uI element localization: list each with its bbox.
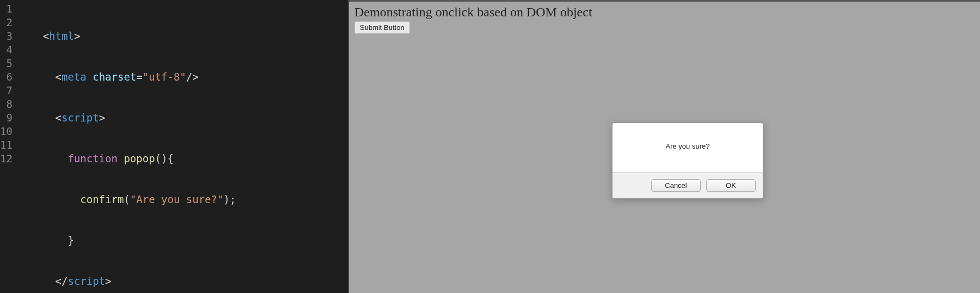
- paren: ): [223, 193, 229, 205]
- angle-bracket: <: [56, 71, 62, 83]
- line-number: 2: [0, 16, 13, 29]
- brace: {: [167, 152, 173, 164]
- parens: (): [155, 152, 168, 164]
- space: [87, 71, 93, 83]
- line-number: 4: [0, 43, 13, 57]
- brace: }: [68, 234, 74, 246]
- line-number: 12: [0, 152, 13, 166]
- tag-name: html: [49, 30, 74, 42]
- code-content[interactable]: <html> <meta charset="utf-8"/> <script> …: [18, 2, 379, 293]
- confirm-dialog-message: Are you sure?: [612, 123, 763, 172]
- confirm-dialog-footer: Cancel OK: [612, 172, 763, 198]
- code-line: confirm("Are you sure?");: [18, 193, 379, 206]
- line-number-gutter: 1 2 3 4 5 6 7 8 9 10 11 12: [0, 2, 18, 293]
- code-editor-panel: 1 2 3 4 5 6 7 8 9 10 11 12 <html> <meta …: [0, 0, 348, 293]
- semicolon: ;: [230, 193, 236, 205]
- angle-bracket: </: [56, 275, 68, 287]
- line-number: 1: [0, 2, 13, 16]
- line-number: 9: [0, 111, 13, 125]
- confirm-dialog: Are you sure? Cancel OK: [612, 123, 763, 199]
- angle-bracket: <: [43, 30, 49, 42]
- string-literal: "Are you sure?": [130, 193, 224, 205]
- ok-button[interactable]: OK: [706, 179, 756, 192]
- equals: =: [136, 71, 142, 83]
- angle-bracket: >: [105, 275, 111, 287]
- paren: (: [124, 193, 130, 205]
- attr-value: "utf-8": [143, 71, 186, 83]
- page-heading: Demonstrating onclick based on DOM objec…: [354, 5, 975, 20]
- angle-bracket: <: [56, 112, 62, 124]
- tag-name: script: [68, 275, 105, 287]
- angle-bracket: >: [99, 112, 105, 124]
- self-close: />: [186, 71, 199, 83]
- line-number: 8: [0, 97, 13, 111]
- cancel-button[interactable]: Cancel: [651, 179, 701, 192]
- browser-preview-panel: Demonstrating onclick based on DOM objec…: [348, 0, 980, 293]
- line-number: 3: [0, 29, 13, 43]
- line-number: 5: [0, 57, 13, 70]
- code-line: }: [18, 234, 379, 247]
- code-line: <meta charset="utf-8"/>: [18, 70, 379, 84]
- code-line: </script>: [18, 274, 379, 288]
- function-name: popop: [124, 152, 155, 164]
- line-number: 6: [0, 70, 13, 84]
- attr-name: charset: [93, 71, 136, 83]
- tag-name: script: [62, 112, 99, 124]
- space: [118, 152, 124, 164]
- line-number: 7: [0, 84, 13, 97]
- line-number: 10: [0, 125, 13, 138]
- line-number: 11: [0, 138, 13, 152]
- tag-name: meta: [62, 71, 87, 83]
- submit-button[interactable]: Submit Button: [354, 21, 410, 34]
- code-line: <html>: [18, 29, 379, 43]
- keyword: function: [68, 152, 118, 164]
- function-call: confirm: [80, 193, 124, 205]
- code-line: function popop(){: [18, 152, 379, 166]
- code-line: <script>: [18, 111, 379, 125]
- angle-bracket: >: [74, 30, 80, 42]
